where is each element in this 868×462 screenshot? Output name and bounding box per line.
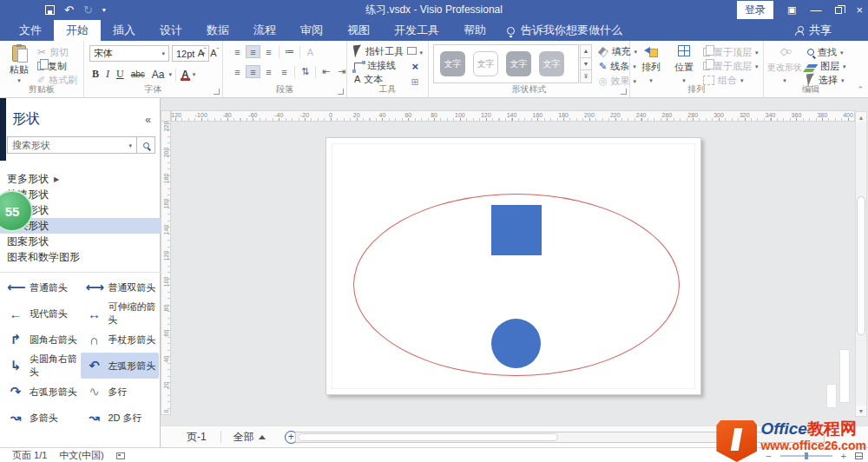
shape-search-button[interactable] [137, 136, 155, 154]
style-thumb-4[interactable]: 文字 [539, 51, 564, 76]
collapse-ribbon-icon[interactable]: ⌃ [857, 85, 864, 94]
send-to-back-button[interactable]: 置于底层▾ [703, 59, 759, 73]
align-right-icon[interactable]: ≡ [261, 65, 276, 78]
more-shapes-item[interactable]: 更多形状▶ [0, 171, 161, 187]
shape-master-icon: ↔ [86, 307, 103, 321]
bold-button[interactable]: B [89, 68, 102, 81]
bullets-icon[interactable]: ≔ [282, 45, 297, 58]
vertical-scrollbar[interactable]: ▲ ▼ [855, 111, 867, 417]
ribbon-tab-5[interactable]: 流程 [241, 20, 288, 41]
scroll-down-icon[interactable]: ▼ [856, 406, 866, 416]
text-direction-icon[interactable]: ⇅ [298, 65, 312, 78]
align-left-icon[interactable]: ≡ [230, 65, 245, 78]
copy-button[interactable]: 复制 [37, 59, 77, 73]
collapse-panel-icon[interactable]: « [145, 114, 151, 126]
align-bottom-icon[interactable]: ≡ [261, 45, 276, 58]
ruler-tick: 360 [783, 112, 809, 118]
shape-master-3[interactable]: ↔可伸缩的箭头 [81, 300, 160, 327]
tell-me-box[interactable]: 告诉我你想要做什么 [507, 20, 622, 41]
scroll-up-icon[interactable]: ▲ [856, 112, 866, 122]
shrink-font-button[interactable]: Aˇ [210, 47, 219, 58]
multi-select-icon[interactable]: × [411, 61, 418, 72]
close-button[interactable]: × [856, 4, 863, 16]
horizontal-scrollbar-thumb[interactable] [298, 433, 558, 441]
shape-master-10[interactable]: ↝多箭头 [2, 405, 81, 431]
all-pages-button[interactable]: 全部 [227, 430, 273, 445]
arrange-button[interactable]: 排列 ▾ [635, 43, 667, 85]
gallery-down-icon[interactable]: ▼ [580, 58, 592, 71]
italic-button[interactable]: I [103, 68, 112, 81]
shape-master-6[interactable]: ↳尖圆角右箭头 [2, 353, 81, 379]
ribbon-tab-7[interactable]: 视图 [335, 20, 382, 41]
change-case-button[interactable]: Aa [149, 69, 168, 81]
layers-button[interactable]: 图层▾ [807, 59, 846, 73]
macro-record-icon[interactable] [116, 452, 125, 459]
find-button[interactable]: 查找▾ [807, 45, 846, 59]
shape-master-8[interactable]: ↷右弧形箭头 [2, 379, 81, 405]
shape-master-7[interactable]: ↶左弧形箭头 [81, 353, 160, 379]
vertical-scrollbar-thumb[interactable] [857, 196, 865, 335]
shape-search-input[interactable]: 搜索形状▾ [7, 136, 137, 154]
bring-to-front-button[interactable]: 置于顶层▾ [703, 45, 759, 59]
paste-button[interactable]: 粘贴 ▾ [3, 43, 35, 85]
shape-master-9[interactable]: ∿多行 [81, 379, 160, 405]
ribbon-tab-8[interactable]: 开发工具 [382, 20, 451, 41]
underline-button[interactable]: U [114, 68, 127, 81]
group-label-clipboard: 剪贴板 [0, 83, 83, 96]
strikethrough-button[interactable]: abc [128, 69, 148, 79]
ribbon-tab-0[interactable]: 文件 [7, 20, 54, 41]
font-name-select[interactable]: 宋体▾ [89, 45, 169, 62]
shape-style-gallery[interactable]: 文字 文字 文字 文字 [433, 44, 579, 83]
shape-master-4[interactable]: ↱圆角右箭头 [2, 327, 81, 353]
connector-tool-button[interactable]: 连接线 [354, 58, 404, 72]
minimize-button[interactable]: — [810, 4, 821, 16]
pointer-tool-button[interactable]: 指针工具 [354, 44, 404, 58]
align-middle-icon[interactable]: ≡ [246, 45, 260, 58]
scissors-icon: ✂ [37, 46, 46, 58]
shape-master-1[interactable]: ⟷普通双箭头 [81, 274, 160, 300]
square-shape[interactable] [491, 205, 542, 255]
style-thumb-3[interactable]: 文字 [506, 51, 531, 76]
circle-shape[interactable] [491, 319, 541, 368]
pan-window-chip [826, 384, 837, 408]
ribbon-display-options-icon[interactable]: ▣ [787, 4, 796, 16]
font-dialog-launcher[interactable] [214, 89, 220, 95]
decrease-indent-icon[interactable]: ⇤ [319, 65, 333, 78]
share-button[interactable]: 共享 [795, 20, 832, 41]
rotate-text-icon[interactable]: A [303, 45, 318, 58]
restore-button[interactable] [835, 4, 842, 16]
gallery-more-icon[interactable]: ⊻ [580, 70, 592, 83]
ribbon-tab-1[interactable]: 开始 [54, 20, 101, 41]
style-thumb-2[interactable]: 文字 [473, 51, 498, 76]
style-thumb-1[interactable]: 文字 [440, 51, 465, 76]
login-button[interactable]: 登录 [737, 1, 773, 19]
gallery-up-icon[interactable]: ▲ [580, 44, 592, 58]
stencil-category-4[interactable]: 图表和数学图形 [0, 249, 161, 265]
font-color-button[interactable]: A [180, 69, 191, 81]
align-center-icon[interactable]: ≡ [246, 65, 260, 78]
cut-button[interactable]: ✂剪切 [37, 45, 77, 59]
grow-font-button[interactable]: Aˆ [198, 47, 207, 58]
shape-master-5[interactable]: ∩手杖形箭头 [81, 327, 160, 353]
change-shape-button[interactable]: ◇○ 更改形状 ▾ [766, 43, 804, 85]
shape-master-11[interactable]: ↝2D 多行 [81, 405, 160, 431]
page-count-status[interactable]: 页面 1/1 [12, 449, 47, 462]
ribbon-tab-2[interactable]: 插入 [101, 20, 148, 41]
ribbon-tab-9[interactable]: 帮助 [451, 20, 498, 41]
line-pen-icon: ✎ [599, 61, 607, 72]
ribbon-tab-3[interactable]: 设计 [148, 20, 194, 41]
paragraph-dialog-launcher[interactable] [338, 89, 344, 95]
stencil-category-3[interactable]: 图案形状 [0, 234, 161, 249]
ribbon-tab-6[interactable]: 审阅 [288, 20, 335, 41]
ribbon-tab-4[interactable]: 数据 [194, 20, 241, 41]
language-status[interactable]: 中文(中国) [59, 449, 103, 462]
rectangle-tool-button[interactable]: ▾ [407, 46, 423, 56]
align-top-icon[interactable]: ≡ [230, 45, 245, 58]
position-button[interactable]: 位置 ▾ [668, 43, 700, 85]
shape-styles-dialog-launcher[interactable] [621, 89, 627, 95]
page-tab[interactable]: 页-1 [178, 426, 215, 447]
shape-master-0[interactable]: ⟵普通箭头 [2, 274, 81, 300]
justify-icon[interactable]: ≡ [277, 65, 292, 78]
shape-master-2[interactable]: ←现代箭头 [2, 300, 81, 327]
drawing-canvas[interactable]: -120-100-80-60-40-2002040608010012014016… [161, 98, 868, 426]
